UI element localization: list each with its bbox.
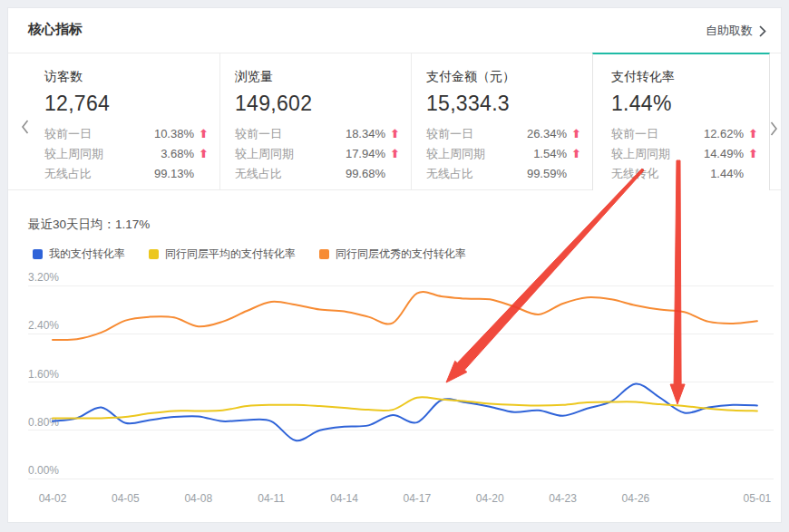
metric-card-title: 浏览量 <box>235 69 400 85</box>
metric-stat-value: 17.94% <box>346 144 385 164</box>
metric-card-3[interactable]: 支付金额（元） 15,334.3 较前一日 26.34% ⬆ 较上周同期 1.5… <box>412 53 592 190</box>
x-axis-tick-label: 04-23 <box>549 492 577 505</box>
x-axis-tick-label: 04-05 <box>112 492 140 505</box>
metric-stat-label: 较上周同期 <box>44 144 103 164</box>
card-row-spacer <box>770 53 781 190</box>
metric-card-1[interactable]: 访客数 12,764 较前一日 10.38% ⬆ 较上周同期 3.68% ⬆ 无… <box>8 53 220 190</box>
x-axis-tick-label: 04-26 <box>622 492 650 505</box>
legend-swatch-icon <box>319 249 329 259</box>
panel-header: 核心指标 自助取数 <box>8 8 781 53</box>
trend-up-icon: ⬆ <box>567 144 581 164</box>
metric-card-4-selected[interactable]: 支付转化率 1.44% 较前一日 12.62% ⬆ 较上周同期 14.49% ⬆… <box>592 53 770 190</box>
metric-stat-row: 较前一日 12.62% ⬆ <box>611 124 758 144</box>
trend-up-icon: ⬆ <box>194 144 209 164</box>
annotation-arrow-2 <box>670 160 685 404</box>
chevron-right-icon <box>770 121 778 136</box>
legend-label: 同行同层平均的支付转化率 <box>165 247 296 262</box>
annotation-arrow-1 <box>446 169 644 382</box>
metric-stat-label: 较前一日 <box>235 124 282 144</box>
metric-card-2[interactable]: 浏览量 149,602 较前一日 18.34% ⬆ 较上周同期 17.94% ⬆… <box>220 53 412 190</box>
x-axis-tick-label: 04-08 <box>184 492 212 505</box>
metric-stat-value: 26.34% <box>527 124 567 144</box>
metric-stat-label: 较上周同期 <box>426 144 485 164</box>
metric-stat-value: 99.59% <box>527 164 567 184</box>
metric-card-title: 访客数 <box>44 69 209 85</box>
legend-swatch-icon <box>149 249 159 259</box>
series-line-1 <box>53 383 757 440</box>
metric-stat-value: 1.44% <box>710 164 744 184</box>
page-title: 核心指标 <box>28 21 83 38</box>
y-axis-tick-label: 3.20% <box>28 271 59 284</box>
metric-stat-label: 较前一日 <box>426 124 473 144</box>
trend-up-icon: ⬆ <box>744 124 758 144</box>
x-axis-tick-label: 04-14 <box>330 492 358 505</box>
trend-up-icon: ⬆ <box>385 144 400 164</box>
legend-swatch-icon <box>33 249 43 259</box>
metric-stat-label: 无线占比 <box>426 164 473 184</box>
metric-stat-label: 无线占比 <box>235 164 282 184</box>
metric-card-stats: 较前一日 10.38% ⬆ 较上周同期 3.68% ⬆ 无线占比 99.13% <box>44 124 209 184</box>
metric-cards: 访客数 12,764 较前一日 10.38% ⬆ 较上周同期 3.68% ⬆ 无… <box>8 53 781 190</box>
metric-stat-label: 无线转化 <box>611 164 658 184</box>
metric-stat-value: 14.49% <box>704 144 744 164</box>
metric-card-value: 1.44% <box>611 92 758 116</box>
metric-stat-label: 较上周同期 <box>235 144 294 164</box>
metric-stat-value: 99.68% <box>346 164 385 184</box>
metric-stat-row: 较前一日 26.34% ⬆ <box>426 124 581 144</box>
legend-label: 我的支付转化率 <box>49 247 125 262</box>
metric-stat-label: 无线占比 <box>44 164 92 184</box>
metric-stat-value: 99.13% <box>154 164 194 184</box>
y-axis-tick-label: 0.80% <box>28 416 59 429</box>
metric-card-stats: 较前一日 26.34% ⬆ 较上周同期 1.54% ⬆ 无线占比 99.59% <box>426 124 581 184</box>
self-service-data-label: 自助取数 <box>706 23 753 39</box>
metric-stat-label: 较前一日 <box>611 124 658 144</box>
chart-average-title: 最近30天日均：1.17% <box>28 217 150 233</box>
trend-up-icon: ⬆ <box>567 124 581 144</box>
legend-item-1[interactable]: 我的支付转化率 <box>33 247 125 262</box>
metric-stat-value: 18.34% <box>346 124 385 144</box>
trend-up-icon: ⬆ <box>194 124 209 144</box>
metric-card-value: 12,764 <box>44 92 209 116</box>
metric-card-value: 149,602 <box>235 92 400 116</box>
metric-stat-label: 较前一日 <box>44 124 92 144</box>
chevron-right-icon <box>759 25 766 37</box>
trend-up-icon: ⬆ <box>385 124 400 144</box>
metric-stat-row: 较上周同期 1.54% ⬆ <box>426 144 581 164</box>
x-axis-tick-label: 04-11 <box>258 492 285 505</box>
metric-stat-value: 12.62% <box>704 124 744 144</box>
metric-card-title: 支付金额（元） <box>426 69 581 85</box>
x-axis-tick-label: 04-17 <box>403 492 431 505</box>
metric-stat-row: 无线转化 1.44% <box>611 164 758 184</box>
metric-stat-row: 无线占比 99.13% <box>44 164 209 184</box>
carousel-prev-button[interactable] <box>19 119 30 135</box>
metric-stat-value: 3.68% <box>161 144 194 164</box>
y-axis-tick-label: 1.60% <box>28 368 59 381</box>
metric-stat-row: 较上周同期 3.68% ⬆ <box>44 144 209 164</box>
chart-legend: 我的支付转化率同行同层平均的支付转化率同行同层优秀的支付转化率 <box>33 247 466 262</box>
core-metrics-panel: 核心指标 自助取数 访客数 12,764 较前一日 10.38% ⬆ 较上周同期… <box>7 7 782 523</box>
y-axis-tick-label: 0.00% <box>28 464 59 477</box>
metric-stat-value: 1.54% <box>533 144 567 164</box>
y-axis-tick-label: 2.40% <box>28 319 59 332</box>
metric-stat-row: 较前一日 10.38% ⬆ <box>44 124 209 144</box>
metric-card-stats: 较前一日 12.62% ⬆ 较上周同期 14.49% ⬆ 无线转化 1.44% <box>611 124 758 184</box>
metric-stat-value: 10.38% <box>154 124 194 144</box>
legend-item-3[interactable]: 同行同层优秀的支付转化率 <box>319 247 466 262</box>
x-axis-tick-label: 04-02 <box>39 492 67 505</box>
self-service-data-link[interactable]: 自助取数 <box>706 23 766 39</box>
metric-card-value: 15,334.3 <box>426 92 581 116</box>
legend-item-2[interactable]: 同行同层平均的支付转化率 <box>149 247 296 262</box>
metric-stat-row: 较上周同期 14.49% ⬆ <box>611 144 758 164</box>
x-axis-tick-label: 05-01 <box>744 492 772 505</box>
metric-stat-row: 无线占比 99.59% <box>426 164 581 184</box>
metric-stat-row: 较前一日 18.34% ⬆ <box>235 124 400 144</box>
metric-card-stats: 较前一日 18.34% ⬆ 较上周同期 17.94% ⬆ 无线占比 99.68% <box>235 124 400 184</box>
metric-stat-row: 较上周同期 17.94% ⬆ <box>235 144 400 164</box>
trend-up-icon: ⬆ <box>744 144 758 164</box>
carousel-next-button[interactable] <box>768 121 779 137</box>
metric-stat-label: 较上周同期 <box>611 144 670 164</box>
metric-stat-row: 无线占比 99.68% <box>235 164 400 184</box>
legend-label: 同行同层优秀的支付转化率 <box>336 247 466 262</box>
metric-card-title: 支付转化率 <box>611 69 758 85</box>
chevron-left-icon <box>21 120 29 134</box>
